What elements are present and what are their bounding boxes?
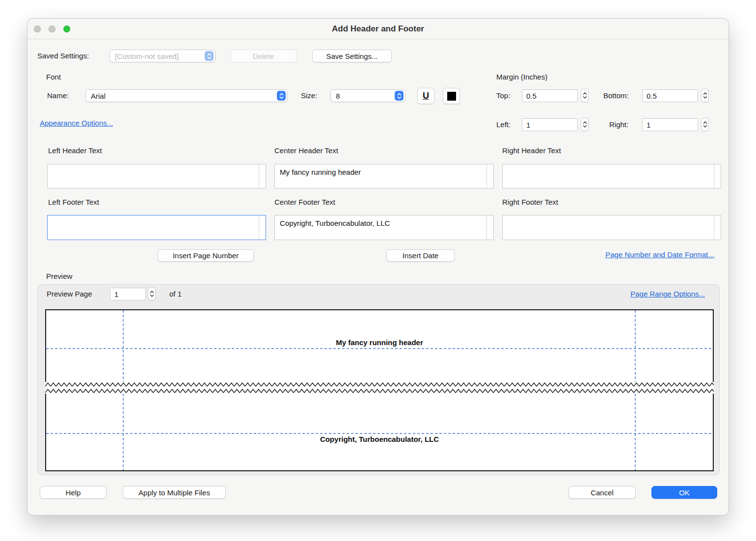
zoom-button[interactable] [63,26,70,32]
right-footer-label: Right Footer Text [502,197,558,207]
margin-right-input[interactable] [642,118,698,131]
torn-edge [45,382,714,394]
left-header-label: Left Header Text [48,146,102,156]
preview-page-label: Preview Page [47,288,92,300]
preview-page-stepper[interactable] [148,287,156,300]
add-header-footer-dialog: Add Header and Footer Saved Settings: [C… [27,18,729,515]
right-header-text [503,164,721,168]
appearance-options-link[interactable]: Appearance Options... [40,118,113,128]
color-swatch-icon [447,92,456,101]
margin-top-input[interactable] [522,89,578,102]
insert-page-number-button[interactable]: Insert Page Number [158,249,254,262]
help-button[interactable]: Help [40,486,107,499]
scrollbar-track[interactable] [714,164,714,188]
left-footer-textbox[interactable] [47,215,266,240]
margin-section-label: Margin (Inches) [496,72,547,82]
zigzag-icon [45,382,714,387]
scrollbar-track[interactable] [259,216,259,240]
preview-section-label: Preview [46,271,72,281]
center-footer-textbox[interactable]: Copyright, Turboencabulator, LLC [274,215,494,240]
stepper-arrows-icon [583,91,587,100]
underline-button[interactable]: U [417,88,434,104]
font-name-dropdown[interactable]: Arial [85,89,288,102]
save-settings-button[interactable]: Save Settings... [312,50,392,62]
chevron-up-down-icon [205,51,214,61]
scrollbar-track[interactable] [714,216,714,240]
margin-right-label: Right: [609,118,628,131]
font-name-value: Arial [91,92,106,100]
margin-top-label: Top: [496,89,510,102]
zigzag-icon [45,388,714,394]
margin-guide-left [123,394,124,470]
center-header-label: Center Header Text [274,146,338,156]
saved-settings-label: Saved Settings: [37,50,89,62]
font-section-label: Font [46,72,61,82]
scrollbar-track[interactable] [259,164,259,188]
stepper-arrows-icon [150,290,154,298]
stepper-arrows-icon [703,120,707,129]
scrollbar-track[interactable] [486,216,487,240]
dialog-title: Add Header and Footer [27,19,729,39]
page-number-date-format-link[interactable]: Page Number and Date Format... [605,250,714,260]
ok-button[interactable]: OK [651,486,717,499]
margin-left-input[interactable] [522,118,578,131]
margin-top-stepper[interactable] [581,89,589,102]
window-controls [34,26,70,32]
font-size-value: 8 [336,92,340,100]
stepper-arrows-icon [583,120,587,129]
left-footer-label: Left Footer Text [48,197,99,207]
font-color-button[interactable] [443,88,460,104]
saved-settings-value: [Custom-not saved] [115,52,179,60]
center-footer-text: Copyright, Turboencabulator, LLC [275,216,493,227]
preview-page-bottom: Copyright, Turboencabulator, LLC [45,394,714,471]
left-header-textbox[interactable] [47,164,266,189]
right-header-textbox[interactable] [502,164,721,189]
preview-panel: Preview Page of 1 Page Range Options... … [37,284,720,475]
margin-guide-footer [46,433,713,434]
preview-footer-text: Copyright, Turboencabulator, LLC [46,435,713,443]
right-footer-textbox[interactable] [502,215,721,240]
right-header-label: Right Header Text [502,146,561,156]
margin-guide-right [635,394,636,470]
margin-left-label: Left: [496,118,511,131]
insert-date-button[interactable]: Insert Date [386,249,455,262]
margin-bottom-stepper[interactable] [701,89,709,102]
minimize-button[interactable] [49,26,55,32]
center-footer-label: Center Footer Text [274,197,335,207]
underline-icon: U [423,91,429,101]
left-header-text [48,164,266,168]
margin-right-stepper[interactable] [701,118,709,131]
margin-guide-header [46,348,713,349]
scrollbar-track[interactable] [486,164,487,188]
close-button[interactable] [34,26,41,32]
margin-bottom-input[interactable] [642,89,698,102]
font-name-label: Name: [47,89,69,102]
left-footer-text [48,216,266,219]
margin-left-stepper[interactable] [581,118,589,131]
chevron-up-down-icon [395,91,404,101]
titlebar: Add Header and Footer [27,19,729,39]
preview-page-top: My fancy running header [45,309,714,382]
margin-bottom-label: Bottom: [603,89,629,102]
delete-button[interactable]: Delete [230,50,297,62]
stepper-arrows-icon [703,91,707,100]
cancel-button[interactable]: Cancel [568,486,636,499]
saved-settings-dropdown[interactable]: [Custom-not saved] [109,50,216,62]
page-range-options-link[interactable]: Page Range Options... [630,289,705,299]
font-size-label: Size: [301,89,317,102]
apply-to-multiple-files-button[interactable]: Apply to Multiple Files [123,486,226,499]
center-header-textbox[interactable]: My fancy running header [274,164,494,189]
preview-page-total: of 1 [169,288,182,300]
right-footer-text [503,216,721,219]
chevron-up-down-icon [277,91,286,101]
font-size-dropdown[interactable]: 8 [330,89,405,102]
center-header-text: My fancy running header [275,164,493,176]
preview-page-input[interactable] [110,288,146,300]
preview-header-text: My fancy running header [46,338,713,347]
